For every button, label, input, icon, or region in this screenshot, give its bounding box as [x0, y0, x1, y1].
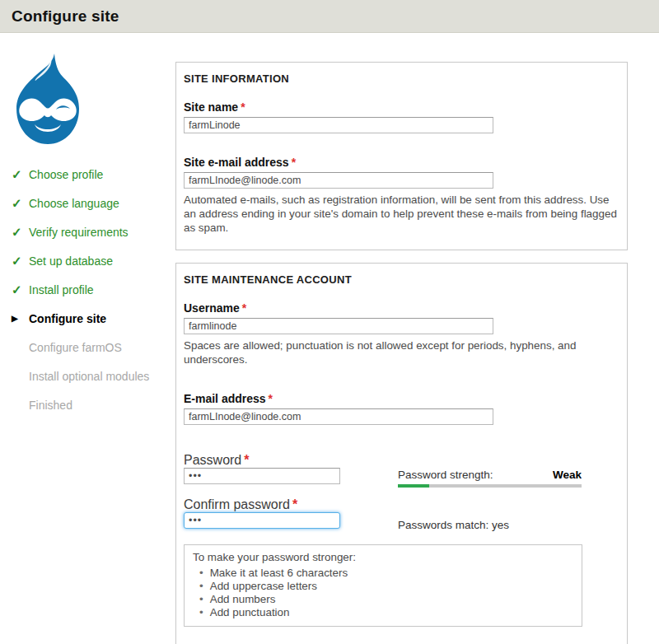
task-label: Configure farmOS	[29, 341, 122, 354]
password-tip: •Make it at least 6 characters	[199, 567, 573, 580]
password-tip: •Add uppercase letters	[199, 580, 573, 593]
password-strength-label: Password strength:	[398, 469, 493, 481]
site-email-item: Site e-mail address* Automated e-mails, …	[184, 156, 619, 235]
task-label: Install profile	[29, 283, 94, 296]
password-tip: •Add punctuation	[199, 606, 573, 619]
task-label: Set up database	[29, 254, 113, 268]
password-tip: •Add numbers	[199, 593, 573, 606]
site-information-legend: SITE INFORMATION	[184, 72, 619, 85]
required-asterisk: *	[292, 156, 296, 169]
configure-site-form: SITE INFORMATION Site name* Site e-mail …	[175, 33, 659, 644]
task-label: Install optional modules	[29, 370, 149, 383]
required-asterisk: *	[292, 497, 297, 511]
check-icon: ✓	[12, 284, 29, 296]
required-asterisk: *	[241, 100, 245, 114]
confirm-password-input[interactable]	[184, 512, 340, 529]
task-install-profile: ✓ Install profile	[12, 283, 175, 296]
task-configure-farmos: Configure farmOS	[12, 341, 175, 354]
bullet-icon: •	[199, 606, 203, 618]
task-verify-requirements: ✓ Verify requirements	[12, 226, 175, 239]
task-label: Choose language	[29, 197, 119, 210]
site-information-fieldset: SITE INFORMATION Site name* Site e-mail …	[175, 62, 628, 250]
bullet-icon: •	[199, 567, 203, 579]
password-label: Password*	[184, 453, 249, 467]
check-icon: ✓	[12, 255, 29, 267]
task-set-up-database: ✓ Set up database	[12, 254, 175, 268]
required-asterisk: *	[242, 301, 246, 315]
bullet-icon: •	[199, 580, 203, 592]
check-icon: ✓	[12, 198, 29, 209]
page-header: Configure site	[0, 0, 659, 33]
task-configure-site: ▶ Configure site	[12, 312, 175, 325]
check-icon: ✓	[12, 169, 29, 180]
password-strength-track	[398, 484, 582, 488]
site-name-input[interactable]	[184, 117, 493, 133]
site-name-item: Site name*	[184, 100, 619, 133]
arrow-right-icon: ▶	[12, 313, 29, 324]
maintenance-account-fieldset: SITE MAINTENANCE ACCOUNT Username* Space…	[175, 263, 628, 644]
account-email-item: E-mail address*	[184, 392, 619, 425]
password-tips-list: •Make it at least 6 characters •Add uppe…	[193, 567, 573, 619]
account-email-input[interactable]	[184, 408, 493, 425]
username-item: Username* Spaces are allowed; punctuatio…	[184, 301, 619, 366]
password-input[interactable]	[184, 468, 340, 484]
task-label: Finished	[29, 399, 72, 412]
password-tips-box: To make your password stronger: •Make it…	[184, 544, 582, 627]
confirm-password-label: Confirm password*	[184, 497, 297, 511]
confirm-password-row: Confirm password* Passwords match: yes	[184, 497, 619, 531]
install-sidebar: ✓ Choose profile ✓ Choose language ✓ Ver…	[0, 33, 175, 644]
required-asterisk: *	[269, 392, 273, 405]
maintenance-account-legend: SITE MAINTENANCE ACCOUNT	[184, 273, 619, 286]
drupal-logo-icon	[8, 53, 87, 147]
passwords-match-status: Passwords match: yes	[398, 519, 509, 531]
task-label: Choose profile	[29, 168, 103, 181]
password-strength-indicator: Password strength: Weak	[398, 469, 582, 488]
password-row: Password* Password strength: Weak	[184, 453, 619, 488]
confirm-password-item: Confirm password*	[184, 497, 350, 529]
username-description: Spaces are allowed; punctuation is not a…	[184, 338, 619, 366]
required-asterisk: *	[244, 453, 249, 467]
username-label: Username*	[184, 301, 619, 315]
site-name-label: Site name*	[184, 100, 619, 114]
username-input[interactable]	[184, 318, 493, 334]
site-email-label: Site e-mail address*	[184, 156, 619, 169]
password-strength-value: Weak	[553, 469, 582, 481]
task-label: Configure site	[29, 312, 106, 325]
password-tips-title: To make your password stronger:	[193, 551, 573, 564]
page-title: Configure site	[12, 7, 119, 26]
bullet-icon: •	[199, 593, 203, 605]
check-icon: ✓	[12, 226, 29, 238]
task-choose-profile: ✓ Choose profile	[12, 168, 175, 181]
task-choose-language: ✓ Choose language	[12, 197, 175, 210]
site-email-input[interactable]	[184, 172, 493, 189]
site-email-description: Automated e-mails, such as registration …	[184, 193, 619, 235]
task-label: Verify requirements	[29, 226, 129, 239]
account-email-label: E-mail address*	[184, 392, 619, 405]
task-finished: Finished	[12, 399, 175, 412]
password-item: Password*	[184, 453, 350, 484]
install-task-list: ✓ Choose profile ✓ Choose language ✓ Ver…	[0, 168, 175, 412]
task-install-optional-modules: Install optional modules	[12, 370, 175, 383]
strength-bar-fill	[398, 484, 429, 488]
